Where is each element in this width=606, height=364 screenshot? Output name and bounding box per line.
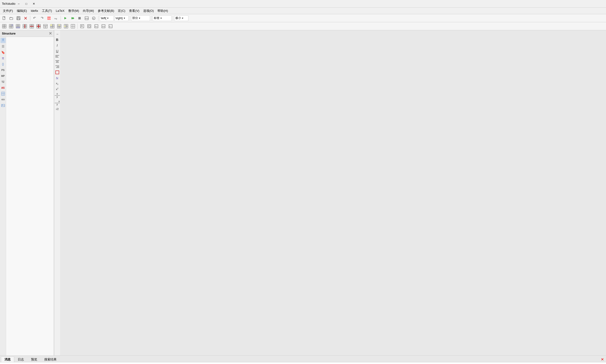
math-subscript[interactable]: x2 (55, 81, 60, 86)
extra-btn-1[interactable] (79, 23, 85, 30)
table-btn-8[interactable] (49, 23, 56, 30)
svg-rect-65 (50, 24, 52, 26)
svg-rect-57 (43, 26, 47, 28)
math-sqrt[interactable]: √2 (55, 107, 60, 111)
table-btn-6[interactable] (35, 23, 42, 30)
left-delimiter-dropdown[interactable]: \left( ▾ (100, 15, 114, 21)
math-align-left[interactable] (55, 54, 60, 59)
delete-button[interactable] (22, 15, 29, 22)
table-btn-1[interactable] (1, 23, 8, 30)
run-button[interactable] (62, 15, 69, 22)
struct-icon-image[interactable] (0, 103, 6, 108)
menu-edit[interactable]: 编辑(E) (15, 8, 29, 14)
label-dropdown[interactable]: 标签 ▾ (153, 15, 172, 21)
new-button[interactable] (1, 15, 8, 22)
struct-icon-as[interactable]: AS (0, 85, 6, 90)
struct-icon-ruler[interactable] (0, 97, 6, 102)
bottom-tabs-bar: 消息 日志 预览 搜索结果 ✕ (0, 356, 606, 362)
table-btn-7[interactable] (42, 23, 49, 30)
menu-help[interactable]: 帮助(H) (156, 8, 170, 14)
editor-area[interactable] (60, 30, 606, 355)
struct-icon-brace[interactable]: {} (0, 62, 6, 67)
undo-button[interactable] (31, 15, 38, 22)
compile-button[interactable]: log (53, 15, 59, 22)
structure-content-area (6, 37, 54, 355)
svg-rect-56 (43, 24, 47, 26)
svg-line-93 (2, 40, 3, 41)
math-bold[interactable]: B (55, 37, 60, 42)
stop-button[interactable] (76, 15, 83, 22)
sync-button[interactable]: ⟳ (90, 15, 97, 22)
math-align-center[interactable] (55, 60, 60, 64)
sep2 (61, 16, 61, 21)
right-delimiter-dropdown[interactable]: \right) ▾ (114, 15, 129, 21)
table-btn-11[interactable] (70, 23, 76, 30)
svg-rect-105 (1, 104, 5, 107)
table-btn-2[interactable] (8, 23, 14, 30)
tab-search-results[interactable]: 搜索结果 (41, 356, 60, 362)
struct-icon-tz[interactable]: TZ (0, 79, 6, 84)
save-button[interactable] (15, 15, 22, 22)
extra-btn-3[interactable]: A= (93, 23, 100, 30)
math-italic[interactable]: I (55, 43, 60, 48)
math-underline[interactable]: U (55, 49, 60, 53)
bottom-panel-close[interactable]: ✕ (599, 356, 605, 362)
math-fraction2[interactable]: x y (55, 100, 60, 106)
svg-rect-20 (2, 24, 6, 28)
math-vertical-toolbar: → B I U fx x2 (54, 30, 60, 355)
svg-rect-71 (59, 24, 60, 26)
view-pdf-button[interactable]: PDF (83, 15, 90, 22)
svg-marker-14 (73, 17, 74, 19)
tab-log[interactable]: 日志 (14, 356, 27, 362)
math-arrow-right[interactable]: → (55, 32, 60, 36)
struct-icon-table[interactable] (0, 91, 6, 96)
open-button[interactable] (8, 15, 15, 22)
struct-icon-bookmark[interactable]: 🔖 (0, 50, 6, 55)
menu-tools[interactable]: 工具(T) (40, 8, 54, 14)
bottom-panel: 消息 日志 预览 搜索结果 ✕ (0, 355, 606, 364)
table-btn-9[interactable] (56, 23, 63, 30)
minimize-button[interactable]: – (15, 1, 22, 6)
struct-icon-pi[interactable]: π (0, 56, 6, 61)
fontsize-dropdown[interactable]: 极小 ▾ (174, 15, 189, 21)
extra-btn-4[interactable]: A≡ (100, 23, 107, 30)
menu-math[interactable]: 数学(M) (67, 8, 81, 14)
menu-file[interactable]: 文件(F) (1, 8, 15, 14)
svg-rect-1 (10, 17, 13, 20)
close-button[interactable]: ✕ (30, 1, 37, 6)
menu-latex[interactable]: LaTeX (54, 8, 67, 14)
menu-view[interactable]: 查看(V) (127, 8, 141, 14)
struct-icon-list[interactable] (0, 44, 6, 49)
table-btn-3[interactable] (15, 23, 21, 30)
menu-wizard[interactable]: 向导(W) (81, 8, 96, 14)
table-btn-4[interactable] (22, 23, 28, 30)
math-function[interactable]: fx (55, 76, 60, 80)
extra-btn-2[interactable] (86, 23, 93, 30)
structure-close-button[interactable]: ✕ (49, 31, 52, 36)
section-dropdown[interactable]: 部分 ▾ (131, 15, 150, 21)
extra-btn-5[interactable]: A→ (107, 23, 114, 30)
menu-idefix[interactable]: Idefix (29, 8, 40, 14)
run-fast-button[interactable] (69, 15, 76, 22)
main-area: Structure ✕ 🔖 π {} PS MP TZ AS (0, 30, 606, 355)
tab-messages[interactable]: 消息 (1, 356, 14, 362)
math-fraction1[interactable]: x y (55, 92, 60, 99)
tab-preview[interactable]: 预览 (27, 356, 41, 362)
struct-icon-ps[interactable]: PS (0, 67, 6, 73)
menu-macro[interactable]: 宏(C) (116, 8, 127, 14)
svg-marker-12 (64, 17, 67, 19)
math-display[interactable] (55, 70, 60, 75)
redo-button[interactable] (39, 15, 45, 22)
pdf-button[interactable]: PDF (46, 15, 52, 22)
menu-bibliography[interactable]: 参考文献(B) (96, 8, 116, 14)
table-btn-10[interactable] (63, 23, 69, 30)
bottom-content-area (0, 362, 606, 364)
maximize-button[interactable]: □ (23, 1, 30, 6)
menu-options[interactable]: 选项(O) (141, 8, 156, 14)
math-align-right[interactable] (55, 65, 60, 69)
struct-icon-mp[interactable]: MP (0, 73, 6, 78)
svg-rect-83 (88, 25, 91, 28)
struct-icon-tree[interactable] (0, 38, 6, 43)
math-superscript[interactable]: x2 (55, 87, 60, 91)
table-btn-5[interactable] (28, 23, 35, 30)
